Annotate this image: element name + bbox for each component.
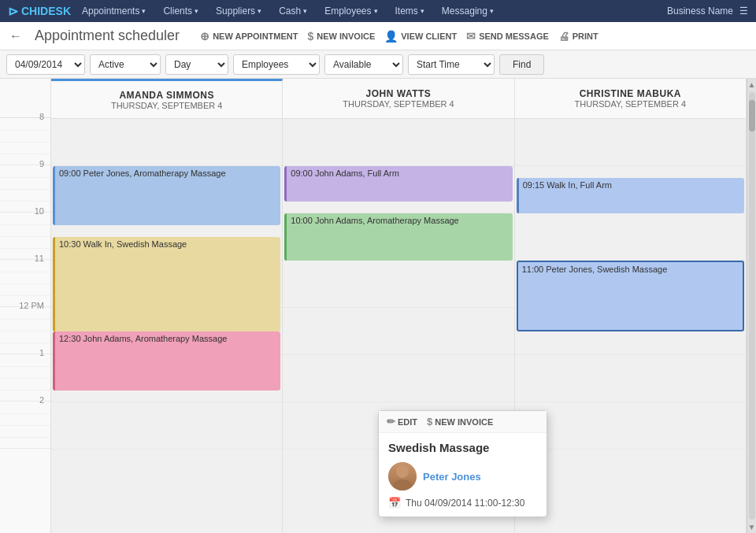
avatar-face: [388, 462, 417, 490]
scroll-up-arrow[interactable]: ▲: [748, 79, 756, 91]
appointment-label: 11:00 Peter Jones, Swedish Massage: [522, 265, 668, 274]
plus-icon: ⊕: [200, 30, 209, 43]
back-button[interactable]: ←: [9, 29, 22, 43]
chevron-down-icon: ▾: [374, 7, 378, 15]
appointment-label: 10:30 Walk In, Swedish Massage: [59, 239, 187, 249]
view-client-button[interactable]: 👤 VIEW CLIENT: [384, 30, 457, 43]
chevron-down-icon: ▾: [303, 7, 307, 15]
appointment-c1[interactable]: 09:15 Walk In, Full Arm: [517, 178, 744, 213]
type-filter[interactable]: Employees: [233, 54, 320, 75]
time-label-1: 1: [39, 348, 44, 357]
time-slot-2: 2: [0, 402, 50, 449]
scroll-down-arrow[interactable]: ▼: [748, 521, 756, 533]
svg-point-0: [396, 465, 409, 478]
popup-datetime: 📅 Thu 04/09/2014 11:00-12:30: [388, 497, 537, 509]
filters-bar: 04/09/2014 Active Day Employees Availabl…: [0, 50, 756, 79]
view-filter[interactable]: Day: [165, 54, 228, 75]
date-filter[interactable]: 04/09/2014: [6, 54, 85, 75]
chevron-down-icon: ▾: [421, 7, 424, 15]
nav-items: Appointments ▾ Clients ▾ Suppliers ▾ Cas…: [74, 0, 502, 22]
employees-area: AMANDA SIMMONS THURSDAY, SEPTEMBER 4 JOH…: [51, 79, 747, 533]
employee-date-christine: THURSDAY, SEPTEMBER 4: [575, 99, 686, 109]
availability-filter[interactable]: Available: [324, 54, 403, 75]
edit-icon: ✏: [387, 416, 395, 428]
hour-row-1-christine[interactable]: [515, 355, 746, 402]
hour-row-1-john[interactable]: [283, 355, 513, 402]
person-icon: 👤: [384, 30, 398, 43]
dollar-circle-icon: $: [427, 416, 432, 428]
svg-point-1: [393, 479, 412, 490]
logo[interactable]: ⊳ CHIDESK: [8, 4, 71, 19]
chevron-down-icon: ▾: [490, 7, 494, 15]
employee-date-john: THURSDAY, SEPTEMBER 4: [343, 99, 454, 109]
popup-edit-button[interactable]: ✏ EDIT: [387, 416, 417, 428]
appointment-label: 09:00 Peter Jones, Aromatherapy Massage: [59, 168, 226, 178]
client-name-link[interactable]: Peter Jones: [423, 471, 481, 483]
calendar-icon: 📅: [388, 497, 401, 509]
scrollbar[interactable]: ▲ ▼: [747, 79, 756, 533]
logo-text: CHIDESK: [21, 5, 71, 17]
popup-body: Swedish Massage Peter Jones: [379, 433, 547, 516]
column-christine[interactable]: 09:15 Walk In, Full Arm 11:00 Peter Jone…: [515, 119, 747, 533]
nav-item-messaging[interactable]: Messaging ▾: [434, 0, 502, 22]
appointment-label: 09:15 Walk In, Full Arm: [523, 180, 612, 190]
appointment-c2[interactable]: 11:00 Peter Jones, Swedish Massage: [517, 261, 744, 331]
appointment-label: 09:00 John Adams, Full Arm: [291, 168, 399, 178]
appointment-a2[interactable]: 10:30 Walk In, Swedish Massage: [53, 237, 280, 331]
appointment-j2[interactable]: 10:00 John Adams, Aromatherapy Massage: [284, 213, 512, 261]
hour-row-10-christine[interactable]: [515, 213, 746, 261]
toolbar-actions: ⊕ NEW APPOINTMENT $ NEW INVOICE 👤 VIEW C…: [200, 30, 598, 43]
nav-item-items[interactable]: Items ▾: [387, 0, 432, 22]
status-filter[interactable]: Active: [90, 54, 161, 75]
new-invoice-button[interactable]: $ NEW INVOICE: [308, 30, 376, 43]
popup-service-title: Swedish Massage: [388, 441, 537, 454]
employee-header-john: JOHN WATTS THURSDAY, SEPTEMBER 4: [283, 79, 514, 118]
appointment-j1[interactable]: 09:00 John Adams, Full Arm: [284, 166, 512, 202]
hour-row-11-john[interactable]: [283, 261, 513, 308]
time-slot-9: 9: [0, 165, 50, 213]
print-button[interactable]: 🖨 PRINT: [558, 30, 598, 43]
popup-new-invoice-button[interactable]: $ NEW INVOICE: [427, 416, 493, 428]
nav-left: ⊳ CHIDESK Appointments ▾ Clients ▾ Suppl…: [8, 0, 502, 22]
hour-row-8-amanda[interactable]: [51, 119, 282, 166]
column-amanda[interactable]: 09:00 Peter Jones, Aromatherapy Massage …: [51, 119, 283, 533]
nav-item-appointments[interactable]: Appointments ▾: [74, 0, 154, 22]
start-time-filter[interactable]: Start Time: [408, 54, 495, 75]
nav-item-clients[interactable]: Clients ▾: [155, 0, 206, 22]
time-slot-1: 1: [0, 354, 50, 402]
hour-row-2-amanda[interactable]: [51, 402, 282, 450]
employee-name-john: JOHN WATTS: [366, 88, 432, 99]
nav-item-employees[interactable]: Employees ▾: [317, 0, 385, 22]
hamburger-icon: ☰: [739, 6, 748, 17]
employee-name-christine: CHRISTINE MABUKA: [580, 88, 681, 99]
time-column: 8 9 10 11 12 PM 1: [0, 79, 51, 533]
time-slot-11: 11: [0, 260, 50, 307]
scroll-thumb[interactable]: [749, 100, 755, 131]
nav-item-suppliers[interactable]: Suppliers ▾: [208, 0, 269, 22]
hour-row-8-christine[interactable]: [515, 119, 746, 166]
time-slot-12: 12 PM: [0, 307, 50, 354]
client-avatar: [388, 462, 417, 490]
employee-name-amanda: AMANDA SIMMONS: [119, 90, 214, 101]
nav-item-cash[interactable]: Cash ▾: [271, 0, 315, 22]
time-label-10: 10: [35, 206, 44, 216]
business-name-button[interactable]: Business Name ☰: [667, 6, 748, 17]
scroll-track[interactable]: [749, 92, 755, 520]
appointment-a3[interactable]: 12:30 John Adams, Aromatherapy Massage: [53, 331, 280, 390]
time-label-11: 11: [35, 254, 44, 263]
time-label-8: 8: [39, 112, 44, 121]
appointment-label: 12:30 John Adams, Aromatherapy Massage: [59, 334, 227, 343]
print-icon: 🖨: [558, 30, 569, 43]
hour-row-12-john[interactable]: [283, 308, 513, 355]
chevron-down-icon: ▾: [142, 7, 146, 15]
calendar-body: 09:00 Peter Jones, Aromatherapy Massage …: [51, 119, 747, 533]
appointment-a1[interactable]: 09:00 Peter Jones, Aromatherapy Massage: [53, 166, 280, 225]
find-button[interactable]: Find: [499, 54, 544, 75]
employee-header-amanda: AMANDA SIMMONS THURSDAY, SEPTEMBER 4: [51, 79, 283, 118]
send-message-button[interactable]: ✉ SEND MESSAGE: [466, 30, 549, 43]
popup-client: Peter Jones: [388, 462, 537, 490]
hour-row-2-christine[interactable]: [515, 402, 746, 450]
chevron-down-icon: ▾: [195, 7, 198, 15]
new-appointment-button[interactable]: ⊕ NEW APPOINTMENT: [200, 30, 298, 43]
hour-row-8-john[interactable]: [283, 119, 513, 166]
